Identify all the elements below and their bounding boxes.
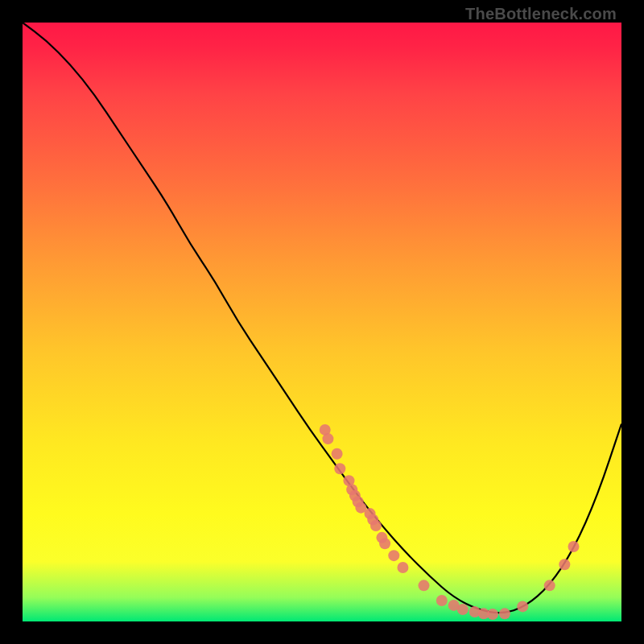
scatter-dot [568,541,579,552]
curve-layer [23,23,621,613]
scatter-dots [320,424,580,620]
scatter-dot [499,608,510,619]
scatter-dot [370,520,382,531]
scatter-dot [544,580,555,591]
scatter-dot [332,448,343,460]
scatter-dot [487,609,498,620]
scatter-dot [517,601,528,612]
scatter-dot [322,433,333,444]
plot-area [23,23,621,621]
chart-svg [23,23,621,621]
scatter-dot [334,463,345,474]
scatter-dot [457,604,469,615]
scatter-dot [397,562,408,573]
chart-container: TheBottleneck.com [0,0,644,644]
scatter-dot [559,559,570,570]
scatter-dot [388,550,399,561]
bottleneck-curve [23,23,621,613]
watermark-text: TheBottleneck.com [465,5,617,23]
scatter-dot [379,538,390,549]
scatter-dot [418,580,429,591]
scatter-dot [436,595,448,606]
